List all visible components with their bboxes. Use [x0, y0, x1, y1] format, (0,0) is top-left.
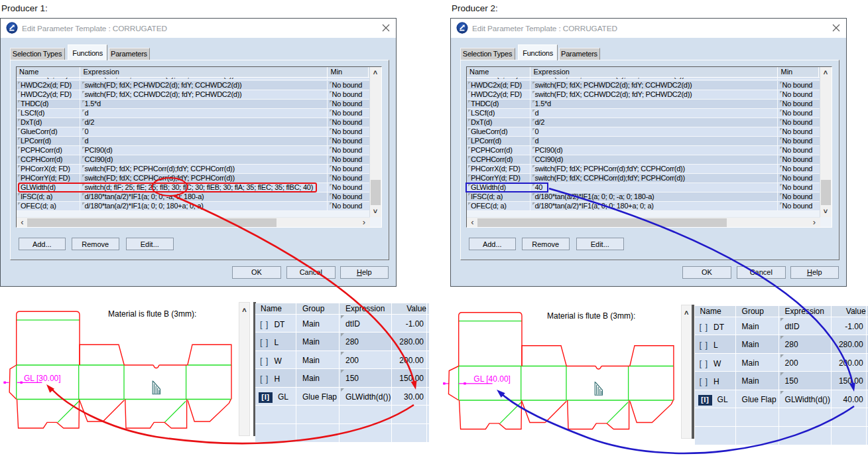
- svg-text:GL [30.00]: GL [30.00]: [24, 374, 61, 383]
- svg-text:GL [40.00]: GL [40.00]: [473, 374, 511, 384]
